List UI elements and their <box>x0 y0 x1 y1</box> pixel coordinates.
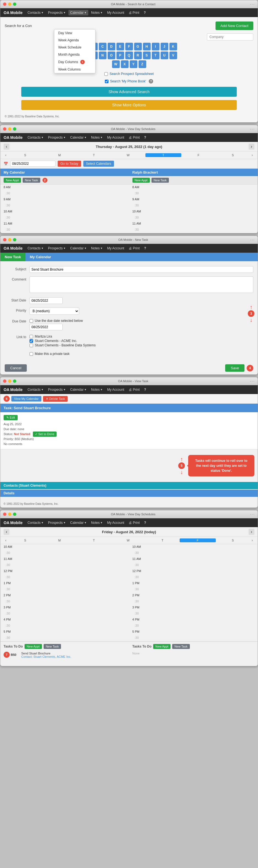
prev-day-arrow-5[interactable]: ‹ <box>4 529 9 535</box>
close-button-4[interactable] <box>3 379 6 383</box>
nav-contacts-2[interactable]: Contacts ▼ <box>26 135 45 140</box>
nav-help-4[interactable]: ? <box>142 387 148 393</box>
minimize-button[interactable] <box>8 2 11 6</box>
maximize-button-2[interactable] <box>13 127 16 131</box>
phonebook-checkbox[interactable] <box>105 80 109 83</box>
nav-contacts-3[interactable]: Contacts ▼ <box>26 246 45 251</box>
minimize-button-4[interactable] <box>8 379 11 383</box>
contacts-section-header[interactable]: Contacts (Stuart Clements) <box>0 482 258 489</box>
delete-task-button[interactable]: ✕ Delete Task <box>43 396 67 402</box>
close-button-5[interactable] <box>3 513 6 516</box>
show-more-options-button[interactable]: Show More Options <box>21 100 237 110</box>
start-date-input[interactable] <box>30 297 63 304</box>
nav-notes-3[interactable]: Notes ▼ <box>89 246 104 251</box>
private-checkbox[interactable] <box>30 352 33 356</box>
alpha-D[interactable]: D <box>108 43 115 51</box>
left-tasks-new-task[interactable]: New Task <box>44 644 61 649</box>
alpha-T[interactable]: T <box>152 52 160 59</box>
dropdown-day-columns[interactable]: Day Columns 1 <box>54 58 95 66</box>
nav-print-3[interactable]: 🖨 Print <box>127 246 141 251</box>
alpha-Z[interactable]: Z <box>139 60 146 68</box>
nav-contacts[interactable]: Contacts ▼ <box>26 10 45 16</box>
alpha-G[interactable]: G <box>134 43 142 51</box>
alpha-R[interactable]: R <box>134 52 142 59</box>
link-contact-checkbox-2[interactable] <box>30 344 33 347</box>
nav-contacts-5[interactable]: Contacts ▼ <box>26 520 45 526</box>
right-tasks-new-task[interactable]: New Task <box>172 644 190 649</box>
nav-contacts-4[interactable]: Contacts ▼ <box>26 387 45 393</box>
comment-textarea[interactable] <box>30 276 253 293</box>
view-my-calendar-button[interactable]: View My Calendar <box>11 396 41 402</box>
nav-help[interactable]: ? <box>142 10 147 16</box>
alpha-F[interactable]: F <box>125 43 133 51</box>
maximize-button-3[interactable] <box>13 238 16 241</box>
next-week-arrow[interactable]: › <box>250 153 254 158</box>
alpha-U[interactable]: U <box>161 52 168 59</box>
nav-calendar[interactable]: Calendar ▼ <box>68 10 88 16</box>
next-day-arrow-5[interactable]: › <box>249 529 254 535</box>
alpha-K[interactable]: K <box>169 43 177 51</box>
save-button[interactable]: Save <box>225 364 245 372</box>
nav-prospects-2[interactable]: Prospects ▼ <box>46 135 67 140</box>
nav-myaccount-4[interactable]: My Account <box>106 387 126 393</box>
alpha-Y[interactable]: Y <box>130 60 137 68</box>
go-today-button[interactable]: Go to Today <box>58 161 81 167</box>
prev-week-arrow[interactable]: ‹ <box>4 153 8 158</box>
add-new-contact-button[interactable]: Add New Contact <box>216 22 253 30</box>
nav-prospects-4[interactable]: Prospects ▼ <box>46 387 67 393</box>
left-new-task-button[interactable]: New Task <box>23 178 40 183</box>
alpha-W[interactable]: W <box>112 60 120 68</box>
close-button[interactable] <box>3 2 6 6</box>
dropdown-week-columns[interactable]: Week Columns <box>54 66 95 73</box>
due-date-input[interactable] <box>30 324 63 331</box>
minimize-button-5[interactable] <box>8 513 11 516</box>
nav-myaccount-2[interactable]: My Account <box>106 135 126 140</box>
alpha-H[interactable]: H <box>143 43 151 51</box>
nav-myaccount-3[interactable]: My Account <box>106 246 126 251</box>
close-button-2[interactable] <box>3 127 6 131</box>
left-tasks-new-appt[interactable]: New Appt <box>25 644 42 649</box>
dropdown-month-agenda[interactable]: Month Agenda <box>54 51 95 58</box>
link-contact-checkbox-1[interactable] <box>30 339 33 343</box>
alpha-I[interactable]: I <box>152 43 160 51</box>
dropdown-week-agenda[interactable]: Week Agenda <box>54 37 95 44</box>
alpha-P[interactable]: P <box>116 52 124 59</box>
maximize-button[interactable] <box>13 2 16 6</box>
cal-date-input[interactable] <box>10 161 55 167</box>
dropdown-week-schedule[interactable]: Week Schedule <box>54 44 95 51</box>
close-button-3[interactable] <box>3 238 6 241</box>
alpha-S[interactable]: S <box>143 52 151 59</box>
alpha-Q[interactable]: Q <box>125 52 133 59</box>
prev-day-arrow[interactable]: ‹ <box>4 144 9 150</box>
nav-print-4[interactable]: 🖨 Print <box>127 387 141 393</box>
nav-prospects-3[interactable]: Prospects ▼ <box>46 246 67 251</box>
alpha-N[interactable]: N <box>99 52 107 59</box>
right-tasks-new-appt[interactable]: New Appt <box>153 644 171 649</box>
dropdown-day-view[interactable]: Day View <box>54 30 95 37</box>
nav-notes[interactable]: Notes ▼ <box>89 10 104 16</box>
alpha-X[interactable]: X <box>121 60 128 68</box>
nav-notes-4[interactable]: Notes ▼ <box>89 387 104 393</box>
prev-week-arrow-5[interactable]: ‹ <box>4 538 8 543</box>
maximize-button-4[interactable] <box>13 379 16 383</box>
nav-myaccount-5[interactable]: My Account <box>106 520 126 526</box>
nav-calendar-5[interactable]: Calendar ▼ <box>68 520 88 526</box>
next-day-arrow[interactable]: › <box>249 144 254 150</box>
nav-help-2[interactable]: ? <box>142 135 148 140</box>
prospect-checkbox[interactable] <box>104 72 108 76</box>
nav-myaccount[interactable]: My Account <box>106 10 126 16</box>
week-F-5[interactable]: F <box>180 538 216 542</box>
details-section-header[interactable]: Details <box>0 490 258 497</box>
nav-print-2[interactable]: 🖨 Print <box>127 135 141 140</box>
left-new-appt-button[interactable]: New Appt <box>4 178 21 183</box>
minimize-button-3[interactable] <box>8 238 11 241</box>
set-done-button[interactable]: ✓ Set to Done <box>33 432 57 437</box>
nav-calendar-3[interactable]: Calendar ▼ <box>68 246 88 251</box>
nav-print[interactable]: 🖨 Print <box>127 10 141 16</box>
alpha-O[interactable]: O <box>108 52 115 59</box>
next-week-arrow-5[interactable]: › <box>250 538 254 543</box>
nav-prospects-5[interactable]: Prospects ▼ <box>46 520 67 526</box>
edit-button[interactable]: ✎ Edit <box>4 415 18 420</box>
select-calendars-button[interactable]: Select Calendars <box>83 161 114 167</box>
cancel-button[interactable]: Cancel <box>5 364 27 372</box>
